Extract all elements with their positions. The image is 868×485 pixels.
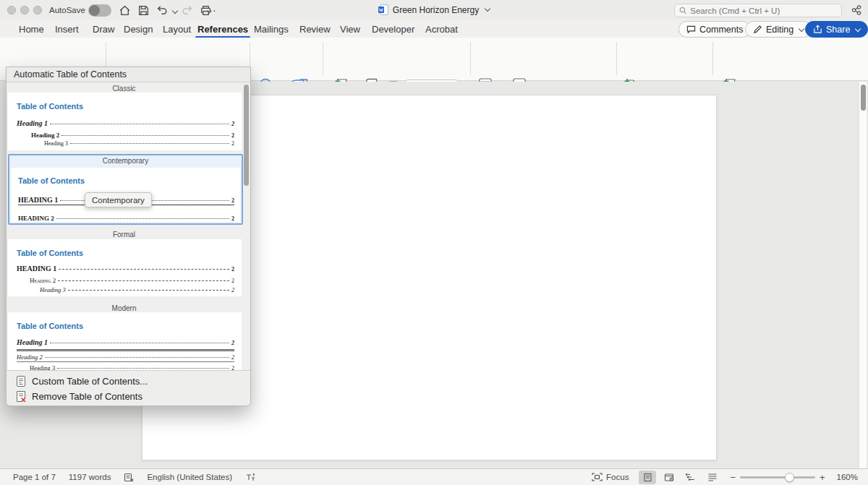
tab-review[interactable]: Review [299,22,331,36]
status-bar: Page 1 of 7 1197 words English (United S… [0,468,868,485]
toc-dropdown-panel: Automatic Table of Contents Classic Tabl… [6,66,251,406]
autosave-label: AutoSave [49,6,85,14]
zoom-percentage[interactable]: 160% [837,473,858,481]
title-chevron-icon[interactable] [485,5,490,11]
word-window: AutoSave … Green Horizon Energy [0,0,868,485]
toc-preview-title: Table of Contents [18,176,234,185]
search-input[interactable] [690,7,837,15]
toc-style-classic-option[interactable]: Table of Contents Heading 12 Heading 22 … [8,93,242,150]
autosave-toggle[interactable] [88,4,111,17]
comments-label: Comments [699,25,743,35]
search-bar[interactable] [674,4,842,17]
text-prediction-icon[interactable] [245,472,255,482]
tab-view[interactable]: View [339,22,361,36]
toc-style-contemporary-label: Contemporary [9,155,242,166]
search-icon [679,7,686,14]
panel-scrollbar-thumb[interactable] [244,85,249,186]
focus-mode-button[interactable]: Focus [592,473,629,481]
tab-draw[interactable]: Draw [92,22,115,36]
tab-acrobat[interactable]: Acrobat [425,22,459,36]
share-button[interactable]: Share [805,21,868,38]
toc-preview-title: Table of Contents [17,322,234,330]
comment-icon [686,25,696,34]
redo-icon[interactable] [181,4,193,17]
proofing-status-icon[interactable] [124,472,134,482]
draft-view-button[interactable] [704,471,721,484]
undo-chevron-icon[interactable] [172,8,178,14]
toc-style-contemporary-option[interactable]: Contemporary Table of Contents HEADING 1… [8,154,243,225]
remove-toc-label: Remove Table of Contents [32,391,142,402]
web-layout-view-button[interactable] [660,471,678,484]
tab-insert[interactable]: Insert [54,22,80,36]
custom-toc-label: Custom Table of Contents... [32,376,148,387]
document-scrollbar-thumb[interactable] [861,85,866,111]
page-indicator[interactable]: Page 1 of 7 [13,473,56,481]
remove-toc-menu-item[interactable]: Remove Table of Contents [7,389,250,404]
document-scrollbar[interactable] [859,82,867,468]
editing-chevron-icon [799,25,804,31]
zoom-out-button[interactable]: − [730,472,736,483]
home-icon[interactable] [119,4,131,17]
tab-references[interactable]: References [197,22,249,36]
ribbon-tab-row: Home Insert Draw Design Layout Reference… [0,20,868,38]
focus-icon [592,473,603,481]
editing-mode-button[interactable]: Editing [745,21,812,38]
close-window-button[interactable] [7,6,16,14]
share-icon [813,25,822,34]
focus-label: Focus [606,473,629,481]
tab-layout[interactable]: Layout [162,22,192,36]
zoom-window-button[interactable] [33,6,42,14]
toc-style-formal-option[interactable]: Table of Contents HEADING 12 Heading 22 … [8,239,242,296]
minimize-window-button[interactable] [20,6,29,14]
save-icon[interactable] [137,4,150,17]
document-title[interactable]: Green Horizon Energy [393,5,479,15]
custom-toc-menu-item[interactable]: Custom Table of Contents... [7,374,250,389]
custom-toc-icon [15,375,27,387]
share-presence-icon[interactable] [851,4,862,16]
word-count[interactable]: 1197 words [69,473,111,481]
toc-preview-title: Table of Contents [17,249,234,257]
remove-toc-icon [15,390,27,403]
share-label: Share [826,25,850,35]
titlebar: AutoSave … Green Horizon Energy [0,0,868,20]
toc-dropdown-header: Automatic Table of Contents [7,67,250,82]
toc-style-modern-option[interactable]: Table of Contents Heading 12 Heading 22 … [8,312,242,370]
pencil-icon [753,25,762,34]
zoom-slider[interactable] [740,476,815,478]
panel-scrollbar[interactable] [244,85,249,388]
undo-icon[interactable] [156,4,169,17]
toggle-knob [89,5,100,16]
tab-mailings[interactable]: Mailings [253,22,289,36]
tab-developer[interactable]: Developer [371,22,415,36]
zoom-in-button[interactable]: + [820,472,825,483]
tab-home[interactable]: Home [18,22,45,36]
style-tooltip: Contemporary [85,192,152,207]
tab-design[interactable]: Design [123,22,153,36]
word-doc-icon [378,4,388,15]
share-chevron-icon [855,25,861,31]
print-layout-view-button[interactable] [639,471,656,484]
toc-dropdown-footer: Custom Table of Contents... Remove Table… [7,370,250,405]
comments-button[interactable]: Comments [678,21,751,38]
zoom-slider-thumb[interactable] [785,473,794,482]
outline-view-button[interactable] [682,471,699,484]
toc-preview-title: Table of Contents [17,102,234,111]
editing-label: Editing [766,25,793,35]
toc-style-formal-label: Formal [7,228,242,240]
language-indicator[interactable]: English (United States) [147,473,232,481]
more-commands-icon[interactable]: … [205,1,217,14]
